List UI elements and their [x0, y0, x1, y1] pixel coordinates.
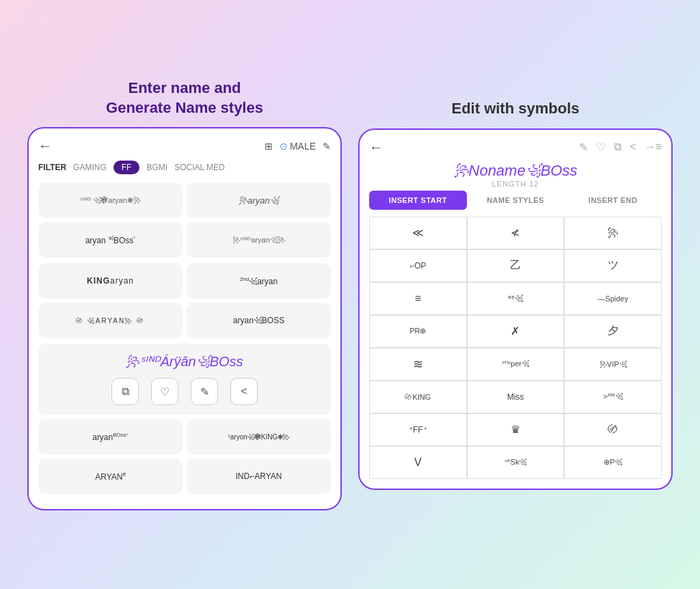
grid-icon[interactable]: ⊞ [265, 141, 273, 152]
symbol-cell-22[interactable]: V [369, 446, 467, 479]
left-toolbar-icons: ⊞ ⊙ MALE ✎ [265, 141, 331, 152]
symbol-cell-18[interactable]: >ᴹᴿ꧁ [564, 381, 662, 413]
filter-gaming[interactable]: GAMING [73, 163, 107, 172]
symbols-grid: ≪ ≮ ꧂ ⌐OP 乙 ツ ≡ ᵒᵒ꧁ —Spidey PR⊕ ✗ 夕 ≋ ˢᴴ… [369, 217, 662, 479]
right-phone-card: ← ✎ ♡ ⧉ < →≡ ꧂Noname꧁BOss LENGTH 12 INSE… [358, 128, 673, 490]
name-cell-12[interactable]: IND⌐ARYAN [187, 458, 331, 494]
right-copy-icon[interactable]: ⧉ [614, 141, 621, 154]
right-edit-icon[interactable]: ✎ [579, 141, 588, 154]
symbol-cell-4[interactable]: ⌐OP [369, 249, 467, 282]
preview-name-container: ꧂Noname꧁BOss LENGTH 12 [369, 162, 662, 188]
name-text-1: ˢᴵᴺᴰ ꧁❃aryan❃꧂ [80, 196, 141, 205]
symbol-cell-20[interactable]: ♛ [467, 413, 565, 446]
name-cell-9[interactable]: aryanBOssˢ [38, 419, 183, 454]
names-grid-2: KINGaryan 2nd꧁aryan 〄 ꧁ARYAN꧂ 〄 aryan꧁BO… [38, 263, 331, 338]
copy-button[interactable]: ⧉ [111, 378, 139, 405]
share-button[interactable]: < [230, 378, 258, 405]
male-symbol: ⊙ [280, 141, 288, 152]
symbol-cell-2[interactable]: ≮ [467, 217, 565, 249]
right-panel-title: Edit with symbols [451, 99, 579, 119]
symbol-cell-13[interactable]: ≋ [369, 348, 467, 381]
filter-bar: FILTER GAMING FF BGMI SOCIAL MED [38, 161, 331, 174]
left-phone-card: ← ⊞ ⊙ MALE ✎ FILTER GAMING FF BGMI SOCIA… [27, 127, 342, 510]
name-text-10: ˢaryon꧁❃KING❃꧂ [228, 433, 290, 441]
left-top-bar: ← ⊞ ⊙ MALE ✎ [38, 138, 331, 154]
symbol-cell-3[interactable]: ꧂ [564, 217, 662, 249]
name-text-4: ꧂ˢᴵᴺᴰaryan꧁꧂ [232, 236, 285, 245]
symbol-cell-16[interactable]: 〄KING [369, 381, 467, 413]
right-panel: Edit with symbols ← ✎ ♡ ⧉ < →≡ ꧂Noname꧁B… [358, 99, 673, 490]
tab-insert-end[interactable]: INSERT END [564, 191, 662, 210]
featured-card: ꧂ˢᴵᴺᴰÁrÿān꧁BOss ⧉ ♡ ✎ < [38, 344, 331, 415]
filter-bgmi[interactable]: BGMI [146, 163, 167, 172]
filter-label: FILTER [38, 163, 66, 172]
tab-name-styles[interactable]: NAME STYLES [467, 191, 565, 210]
heart-button[interactable]: ♡ [151, 378, 178, 405]
right-heart-icon[interactable]: ♡ [596, 141, 606, 154]
symbol-cell-19[interactable]: ⁺FF⁺ [369, 413, 467, 446]
name-text-8: aryan꧁BOSS [233, 316, 284, 325]
male-label: MALE [290, 141, 316, 152]
left-panel-title: Enter name andGenerate Name styles [106, 79, 263, 118]
name-text-12: IND⌐ARYAN [236, 471, 282, 481]
symbol-cell-1[interactable]: ≪ [369, 217, 467, 249]
symbol-cell-5[interactable]: 乙 [467, 249, 565, 282]
preview-name-text: ꧂Noname꧁BOss [369, 162, 662, 180]
action-icons: ⧉ ♡ ✎ < [48, 378, 321, 405]
name-text-2: ꧂aryan꧁ [239, 195, 279, 206]
featured-name: ꧂ˢᴵᴺᴰÁrÿān꧁BOss [48, 353, 321, 370]
symbol-cell-15[interactable]: ꧂VIP꧁ [564, 348, 662, 381]
name-cell-1[interactable]: ˢᴵᴺᴰ ꧁❃aryan❃꧂ [38, 182, 183, 218]
symbol-cell-11[interactable]: ✗ [467, 315, 565, 348]
left-back-button[interactable]: ← [38, 138, 52, 154]
name-text-6: 2nd꧁aryan [240, 276, 278, 286]
name-text-11: ARYANff [95, 471, 126, 482]
right-back-button[interactable]: ← [369, 139, 383, 155]
name-text-3: aryan ꧁BOssˢ [85, 235, 136, 245]
name-cell-3[interactable]: aryan ꧁BOssˢ [38, 222, 183, 258]
symbol-cell-12[interactable]: 夕 [564, 315, 662, 348]
symbol-cell-6[interactable]: ツ [564, 249, 662, 282]
symbol-cell-21[interactable]: 〄 [564, 413, 662, 446]
name-cell-11[interactable]: ARYANff [38, 458, 183, 494]
symbol-cell-14[interactable]: ˢᴴʸper꧁ [467, 348, 565, 381]
names-grid-1: ˢᴵᴺᴰ ꧁❃aryan❃꧂ ꧂aryan꧁ aryan ꧁BOssˢ ꧂ˢᴵᴺ… [38, 182, 331, 258]
left-panel: Enter name andGenerate Name styles ← ⊞ ⊙… [27, 79, 342, 510]
name-text-9: aryanBOssˢ [92, 432, 129, 442]
tab-insert-start[interactable]: INSERT START [369, 191, 467, 210]
filter-social[interactable]: SOCIAL MED [174, 163, 225, 172]
male-tag[interactable]: ⊙ MALE [280, 141, 316, 152]
symbol-cell-8[interactable]: ᵒᵒ꧁ [467, 282, 565, 315]
edit-button[interactable]: ✎ [191, 378, 218, 405]
symbol-cell-7[interactable]: ≡ [369, 282, 467, 315]
name-cell-4[interactable]: ꧂ˢᴵᴺᴰaryan꧁꧂ [187, 222, 331, 258]
names-grid-3: aryanBOssˢ ˢaryon꧁❃KING❃꧂ ARYANff IND⌐AR… [38, 419, 331, 494]
symbol-cell-23[interactable]: ˢᴷSk꧁ [467, 446, 565, 479]
name-cell-8[interactable]: aryan꧁BOSS [187, 303, 331, 338]
name-cell-7[interactable]: 〄 ꧁ARYAN꧂ 〄 [38, 303, 183, 338]
name-text-7: 〄 ꧁ARYAN꧂ 〄 [76, 317, 145, 325]
symbol-cell-17[interactable]: Miss [467, 381, 565, 413]
name-cell-2[interactable]: ꧂aryan꧁ [187, 182, 331, 218]
edit-icon[interactable]: ✎ [323, 141, 331, 152]
name-text-5: KINGaryan [87, 276, 134, 286]
right-share-icon[interactable]: < [630, 141, 636, 154]
right-top-bar: ← ✎ ♡ ⧉ < →≡ [369, 139, 662, 155]
symbol-cell-9[interactable]: —Spidey [564, 282, 662, 315]
symbol-cell-10[interactable]: PR⊕ [369, 315, 467, 348]
name-cell-5[interactable]: KINGaryan [38, 263, 183, 299]
preview-length: LENGTH 12 [369, 180, 662, 188]
right-toolbar-icons: ✎ ♡ ⧉ < →≡ [579, 141, 662, 154]
tabs-bar: INSERT START NAME STYLES INSERT END [369, 191, 662, 210]
right-menu-icon[interactable]: →≡ [645, 141, 662, 154]
symbol-cell-24[interactable]: ⊕P꧁ [564, 446, 662, 479]
name-cell-6[interactable]: 2nd꧁aryan [187, 263, 331, 299]
name-cell-10[interactable]: ˢaryon꧁❃KING❃꧂ [187, 419, 331, 454]
filter-ff-active[interactable]: FF [113, 161, 140, 174]
